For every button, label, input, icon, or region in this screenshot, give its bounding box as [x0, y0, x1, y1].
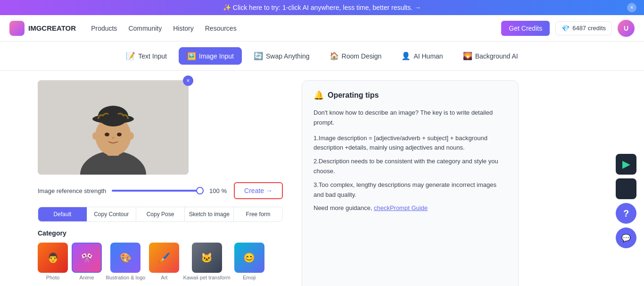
tab-ai-human[interactable]: 👤 AI Human	[393, 47, 451, 65]
slider-thumb	[196, 187, 204, 194]
avatar[interactable]: U	[618, 20, 635, 37]
image-input-icon: 🖼️	[187, 51, 196, 60]
tab-text-input[interactable]: 📝 Text Input	[118, 47, 175, 65]
left-panel: × Image reference strength 100 % Create …	[38, 80, 283, 286]
tab-room-design-label: Room Design	[342, 52, 382, 60]
slider-section: Image reference strength 100 % Create →	[38, 182, 283, 199]
category-photo-img: 👨	[38, 243, 68, 273]
category-emoji-img: 😊	[234, 243, 264, 273]
tips-title: Operating tips	[328, 91, 379, 100]
tips-guide: Need more guidance, checkPrompt Guide	[314, 203, 507, 213]
tab-background-ai-label: Background AI	[475, 52, 518, 60]
category-kawaii-label: Kawaii pet transform	[183, 275, 230, 280]
help-button[interactable]: ?	[616, 203, 636, 224]
banner-text: ✨ Click here to try: 1-click AI anywhere…	[223, 4, 421, 11]
tab-swap-anything[interactable]: 🔄 Swap Anything	[246, 47, 318, 65]
apple-store-button[interactable]	[616, 178, 636, 199]
logo[interactable]: IMGCREATOR	[9, 21, 76, 36]
category-kawaii[interactable]: 🐱 Kawaii pet transform	[183, 243, 230, 280]
image-upload-container: ×	[38, 80, 189, 175]
category-kawaii-img: 🐱	[192, 243, 222, 273]
style-tab-default[interactable]: Default	[38, 207, 87, 221]
tab-bar: 📝 Text Input 🖼️ Image Input 🔄 Swap Anyth…	[0, 42, 644, 71]
header-right: Get Credits 💎 6487 credits U	[501, 20, 635, 37]
text-input-icon: 📝	[126, 51, 135, 60]
slider-label: Image reference strength	[38, 187, 106, 194]
swap-anything-icon: 🔄	[254, 51, 263, 60]
tab-room-design[interactable]: 🏠 Room Design	[322, 47, 390, 65]
category-photo[interactable]: 👨 Photo	[38, 243, 68, 280]
category-section: Category 👨 Photo 🎌 Anime 🎨	[38, 229, 283, 280]
get-credits-button[interactable]: Get Credits	[501, 21, 550, 36]
style-tab-copy-pose[interactable]: Copy Pose	[136, 207, 185, 221]
top-banner[interactable]: ✨ Click here to try: 1-click AI anywhere…	[0, 0, 644, 15]
nav-community[interactable]: Community	[128, 23, 162, 34]
banner-close-button[interactable]: ×	[627, 3, 636, 12]
credits-value: 6487 credits	[572, 25, 606, 32]
uploaded-image	[38, 80, 189, 175]
tips-header: 🔔 Operating tips	[314, 90, 507, 101]
main-content: × Image reference strength 100 % Create …	[0, 71, 644, 286]
tips-content: Don't know how to describe an image? The…	[314, 108, 507, 213]
svg-point-10	[128, 132, 134, 140]
header: IMGCREATOR Products Community History Re…	[0, 15, 644, 42]
tips-tip2: 2.Description needs to be consistent wit…	[314, 157, 507, 177]
category-title: Category	[38, 229, 283, 237]
slider-value: 100 %	[209, 187, 228, 194]
tab-ai-human-label: AI Human	[413, 52, 443, 60]
chat-button[interactable]: 💬	[616, 227, 636, 248]
category-photo-label: Photo	[46, 275, 60, 280]
need-guidance-text: Need more guidance,	[314, 204, 374, 211]
logo-icon	[9, 21, 25, 36]
category-anime[interactable]: 🎌 Anime	[72, 243, 102, 280]
tips-tip1: 1.Image description = [adjective/adverb …	[314, 134, 507, 153]
tips-tip3: 3.Too complex, lengthy descriptions may …	[314, 180, 507, 200]
slider-track[interactable]	[112, 190, 204, 192]
category-illustration-label: Illustration & logo	[106, 275, 145, 280]
style-tab-copy-contour[interactable]: Copy Contour	[87, 207, 136, 221]
category-anime-img: 🎌	[72, 243, 102, 273]
tab-image-input-label: Image Input	[199, 52, 234, 60]
room-design-icon: 🏠	[330, 51, 339, 60]
prompt-guide-link[interactable]: checkPrompt Guide	[374, 204, 428, 211]
category-anime-label: Anime	[79, 275, 94, 280]
svg-point-7	[105, 133, 109, 136]
tab-image-input[interactable]: 🖼️ Image Input	[179, 47, 242, 65]
category-illustration[interactable]: 🎨 Illustration & logo	[106, 243, 145, 280]
uploaded-image-svg	[38, 80, 189, 175]
remove-image-button[interactable]: ×	[183, 76, 193, 86]
background-ai-icon: 🌄	[463, 51, 472, 60]
category-emoji-label: Emoji	[243, 275, 256, 280]
nav-resources[interactable]: Resources	[205, 23, 237, 34]
bell-icon: 🔔	[314, 90, 324, 101]
category-emoji[interactable]: 😊 Emoji	[234, 243, 264, 280]
right-panel: 🔔 Operating tips Don't know how to descr…	[302, 80, 519, 286]
ai-human-icon: 👤	[401, 51, 411, 60]
floating-buttons: ▶ ? 💬	[616, 154, 636, 248]
svg-point-9	[92, 132, 98, 140]
category-art[interactable]: 🖌️ Art	[149, 243, 179, 280]
tab-swap-anything-label: Swap Anything	[266, 52, 310, 60]
category-art-label: Art	[161, 275, 167, 280]
tab-text-input-label: Text Input	[138, 52, 167, 60]
tab-background-ai[interactable]: 🌄 Background AI	[455, 47, 526, 65]
svg-point-8	[117, 133, 122, 136]
main-nav: Products Community History Resources	[91, 23, 501, 34]
category-art-img: 🖌️	[149, 243, 179, 273]
category-grid: 👨 Photo 🎌 Anime 🎨 Illustration & logo	[38, 243, 283, 280]
style-tabs: Default Copy Contour Copy Pose Sketch to…	[38, 207, 283, 222]
style-tab-sketch-to-image[interactable]: Sketch to image	[185, 207, 234, 221]
nav-products[interactable]: Products	[91, 23, 117, 34]
style-tab-free-form[interactable]: Free form	[234, 207, 282, 221]
create-button[interactable]: Create →	[234, 182, 283, 199]
category-illustration-img: 🎨	[110, 243, 140, 273]
google-play-button[interactable]: ▶	[616, 154, 636, 175]
slider-fill	[112, 190, 204, 192]
tips-intro: Don't know how to describe an image? The…	[314, 108, 507, 128]
logo-text: IMGCREATOR	[28, 24, 76, 32]
nav-history[interactable]: History	[173, 23, 194, 34]
credits-badge: 💎 6487 credits	[555, 21, 612, 35]
credits-icon: 💎	[561, 25, 570, 32]
